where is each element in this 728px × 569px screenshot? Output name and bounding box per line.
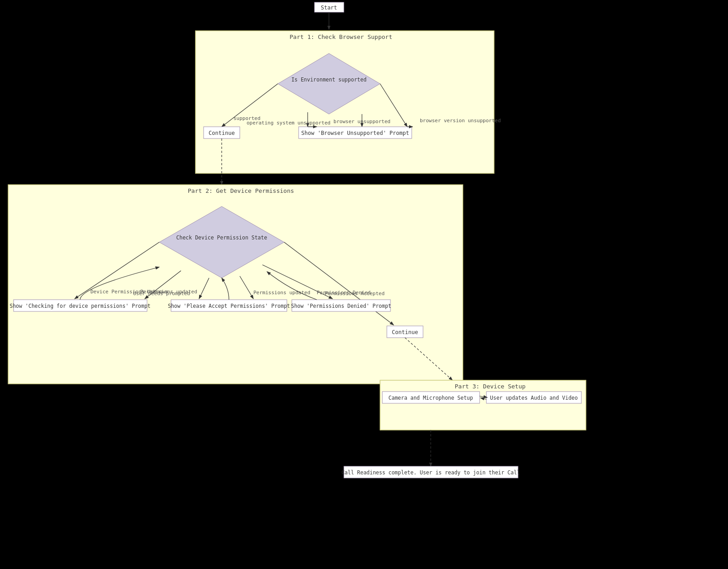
p1-diamond-t1: Is Environment supported [291,77,366,83]
lbl-user-prompt: User needs prompted [133,291,190,296]
lbl-brow-unsup: browser unsupported [333,119,390,124]
p3-camera-text: Camera and Microphone Setup [389,395,473,401]
p2-diamond-t1: Check Device Permission State [176,234,267,241]
p2-checking-text: Show 'Checking for device permissions' P… [10,303,151,309]
lbl-perm-accepted: Permissions Accepted [325,291,385,296]
part1-title-text: Part 1: Check Browser Support [290,33,392,40]
part2-title-text: Part 2: Get Device Permissions [188,187,294,194]
main-svg: Start Part 1: Check Browser Support Is E… [0,0,728,569]
lbl-ver-unsup: browser version unsupported [420,118,501,124]
p2-continue-text: Continue [392,329,418,335]
lbl-os-unsup: operating system unsupported [247,120,330,126]
lbl-perm-upd-r: Permissions updated [253,290,310,296]
start-text: Start [321,5,337,11]
main-overlay: Start Part 1: Check Browser Support Is E… [0,0,728,569]
p2-denied-text: Show 'Permissions Denied' Prompt [291,303,391,309]
p1-unsup-text: Show 'Browser Unsupported' Prompt [301,130,409,136]
p3-user-text: User updates Audio and Video [490,395,578,401]
p2-accept-text: Show 'Please Accept Permissions' Prompt [168,303,290,309]
p1-continue-text: Continue [209,130,235,136]
final-text: Call Readiness complete. User is ready t… [342,469,520,476]
part3-title-text: Part 3: Device Setup [455,383,526,390]
